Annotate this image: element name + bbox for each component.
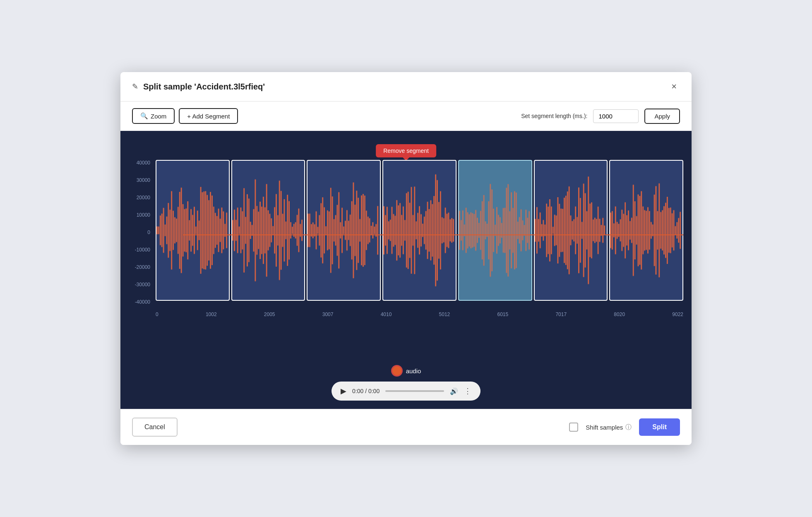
y-label-20000: 20000 xyxy=(137,195,150,201)
y-label-minus40000: -40000 xyxy=(135,299,150,305)
y-label-minus30000: -30000 xyxy=(135,282,150,287)
remove-segment-tooltip[interactable]: Remove segment xyxy=(376,144,436,157)
more-options-icon[interactable]: ⋮ xyxy=(464,387,471,396)
segment-5-active[interactable] xyxy=(458,160,532,301)
time-display: 0:00 / 0:00 xyxy=(352,388,380,394)
footer-right: Shift samples ⓘ Split xyxy=(569,418,680,436)
title-row: ✎ Split sample 'Accident.3l5rfieq' xyxy=(132,82,265,92)
x-label-4010: 4010 xyxy=(381,312,392,317)
segment-3-canvas xyxy=(308,161,380,300)
close-button[interactable]: × xyxy=(668,80,680,94)
audio-dot xyxy=(391,365,403,377)
segment-6-canvas xyxy=(535,161,607,300)
edit-icon: ✎ xyxy=(132,82,138,91)
shift-samples-label: Shift samples ⓘ xyxy=(586,423,632,431)
split-button[interactable]: Split xyxy=(639,418,680,436)
segment-4-canvas xyxy=(383,161,456,300)
zoom-button[interactable]: 🔍 Zoom xyxy=(132,108,175,124)
audio-label-row: audio xyxy=(391,365,421,377)
segment-2[interactable] xyxy=(231,160,305,301)
x-label-0: 0 xyxy=(156,312,159,317)
play-button[interactable]: ▶ xyxy=(341,387,346,396)
help-icon[interactable]: ⓘ xyxy=(625,423,632,431)
x-label-5012: 5012 xyxy=(439,312,450,317)
y-label-40000: 40000 xyxy=(137,160,150,166)
segment-5-canvas xyxy=(459,161,531,300)
add-segment-label: + Add Segment xyxy=(187,113,230,120)
x-label-3007: 3007 xyxy=(322,312,334,317)
segment-2-canvas xyxy=(232,161,305,300)
segment-3[interactable] xyxy=(307,160,381,301)
y-label-minus10000: -10000 xyxy=(135,247,150,253)
segment-7[interactable] xyxy=(609,160,683,301)
waveform-chart xyxy=(156,160,683,309)
x-axis: 0 1002 2005 3007 4010 5012 6015 7017 802… xyxy=(156,312,683,317)
zoom-icon: 🔍 xyxy=(140,112,148,120)
volume-icon[interactable]: 🔊 xyxy=(450,387,458,395)
add-segment-button[interactable]: + Add Segment xyxy=(179,108,238,124)
toolbar-left: 🔍 Zoom + Add Segment xyxy=(132,108,516,124)
waveform-inner: 40000 30000 20000 10000 0 -10000 -20000 … xyxy=(129,160,683,317)
segment-7-canvas xyxy=(610,161,682,300)
segment-length-input[interactable] xyxy=(593,109,639,123)
modal-header: ✎ Split sample 'Accident.3l5rfieq' × xyxy=(120,72,692,101)
x-label-7017: 7017 xyxy=(555,312,567,317)
x-label-9022: 9022 xyxy=(672,312,683,317)
zoom-label: Zoom xyxy=(151,113,166,120)
x-label-1002: 1002 xyxy=(206,312,217,317)
toolbar-right: Set segment length (ms.): Apply xyxy=(521,109,680,124)
segment-4[interactable] xyxy=(382,160,456,301)
segment-6[interactable] xyxy=(534,160,608,301)
y-label-0: 0 xyxy=(147,230,150,235)
audio-area: audio ▶ 0:00 / 0:00 🔊 ⋮ xyxy=(120,359,692,409)
x-label-2005: 2005 xyxy=(264,312,275,317)
cancel-button[interactable]: Cancel xyxy=(132,418,178,437)
y-axis: 40000 30000 20000 10000 0 -10000 -20000 … xyxy=(129,160,154,305)
segment-length-label: Set segment length (ms.): xyxy=(521,113,587,119)
y-label-10000: 10000 xyxy=(137,212,150,218)
y-label-30000: 30000 xyxy=(137,177,150,183)
modal-title: Split sample 'Accident.3l5rfieq' xyxy=(143,82,265,92)
segments-row xyxy=(156,160,683,301)
progress-bar[interactable] xyxy=(385,390,444,392)
shift-samples-checkbox[interactable] xyxy=(569,423,578,432)
x-label-6015: 6015 xyxy=(497,312,509,317)
split-sample-modal: ✎ Split sample 'Accident.3l5rfieq' × 🔍 Z… xyxy=(120,72,692,445)
toolbar: 🔍 Zoom + Add Segment Set segment length … xyxy=(120,101,692,131)
x-label-8020: 8020 xyxy=(614,312,625,317)
y-label-minus20000: -20000 xyxy=(135,264,150,270)
waveform-container: Remove segment 40000 30000 20000 10000 0… xyxy=(120,131,692,359)
apply-button[interactable]: Apply xyxy=(644,109,680,124)
modal-footer: Cancel Shift samples ⓘ Split xyxy=(120,409,692,445)
audio-player: ▶ 0:00 / 0:00 🔊 ⋮ xyxy=(332,382,480,401)
segment-1-canvas xyxy=(156,161,229,300)
audio-label: audio xyxy=(406,367,421,374)
segment-1[interactable] xyxy=(156,160,230,301)
